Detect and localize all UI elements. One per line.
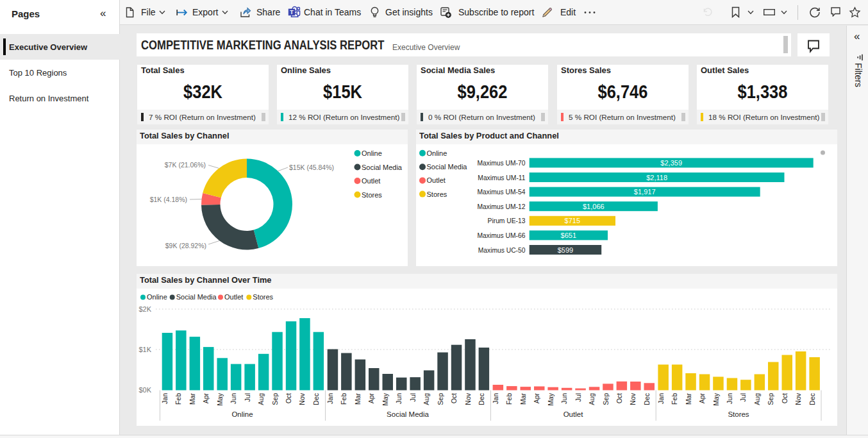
svg-text:Maximus UM-54: Maximus UM-54 [478,189,526,196]
svg-text:Aug: Aug [422,393,430,405]
svg-text:Jan: Jan [657,393,665,404]
svg-text:Oct: Oct [781,393,789,403]
svg-text:Aug: Aug [257,393,265,405]
svg-text:Jun: Jun [560,393,568,404]
svg-text:Maximus UM-66: Maximus UM-66 [478,232,526,239]
svg-text:Jul: Jul [574,393,582,401]
svg-text:Jan: Jan [492,393,499,404]
svg-text:Mar: Mar [685,393,692,405]
svg-text:$1,917: $1,917 [634,188,656,196]
svg-text:$599: $599 [558,246,573,254]
svg-text:$715: $715 [565,217,580,224]
svg-text:Sep: Sep [437,393,444,405]
svg-text:Aug: Aug [588,393,596,405]
svg-text:$7K (21.06%): $7K (21.06%) [165,161,206,169]
svg-text:Sep: Sep [271,393,279,405]
svg-text:Sep: Sep [767,393,774,405]
svg-text:Apr: Apr [367,393,375,404]
svg-text:Sep: Sep [602,393,610,405]
svg-text:May: May [381,392,389,406]
svg-text:Oct: Oct [285,393,292,403]
svg-text:Mar: Mar [188,393,196,405]
svg-text:Maximus UC-50: Maximus UC-50 [478,247,526,254]
svg-text:$2K: $2K [138,305,151,313]
svg-text:Social Media: Social Media [387,410,429,418]
svg-text:Maximus UM-70: Maximus UM-70 [478,160,526,167]
svg-text:Apr: Apr [698,393,706,404]
svg-text:$1,066: $1,066 [583,203,605,210]
svg-text:Mar: Mar [519,393,527,405]
svg-text:Dec: Dec [808,393,816,405]
svg-text:Online: Online [427,149,447,157]
svg-text:Outlet: Outlet [224,293,243,301]
svg-text:Social Media: Social Media [362,164,403,171]
svg-text:$2,359: $2,359 [660,159,682,167]
svg-text:Nov: Nov [629,392,637,405]
svg-text:Feb: Feb [340,393,347,405]
svg-text:Feb: Feb [671,393,678,405]
svg-text:Online: Online [231,410,253,418]
svg-text:Jul: Jul [409,393,417,401]
svg-text:Nov: Nov [794,392,802,405]
svg-text:Feb: Feb [505,393,513,405]
svg-text:$651: $651 [561,232,576,239]
svg-text:Nov: Nov [464,392,472,405]
svg-text:Apr: Apr [202,393,210,404]
svg-text:Social Media: Social Media [176,293,217,301]
svg-text:Mar: Mar [354,393,362,405]
svg-text:Jul: Jul [739,393,747,401]
svg-text:Online: Online [147,293,167,301]
svg-text:Pirum UE-13: Pirum UE-13 [488,217,526,224]
svg-text:$2,118: $2,118 [646,174,667,181]
svg-text:$1K (4.18%): $1K (4.18%) [150,196,187,203]
svg-text:Maximus UM-12: Maximus UM-12 [478,203,526,210]
svg-text:May: May [712,392,720,406]
svg-text:Outlet: Outlet [362,177,380,185]
svg-text:Nov: Nov [298,392,306,405]
svg-text:Jul: Jul [244,393,251,401]
svg-text:Oct: Oct [615,393,623,403]
svg-text:May: May [216,392,224,406]
svg-text:Jun: Jun [395,393,403,404]
svg-text:Social Media: Social Media [427,163,468,171]
svg-text:Apr: Apr [533,393,540,404]
svg-text:Stores: Stores [253,293,273,301]
svg-text:Stores: Stores [728,410,749,418]
svg-text:$9K (28.92%): $9K (28.92%) [165,242,206,249]
svg-text:Jan: Jan [326,393,334,404]
svg-text:Dec: Dec [312,393,320,405]
svg-text:Jan: Jan [161,393,169,404]
svg-text:Stores: Stores [427,190,447,198]
svg-text:Dec: Dec [643,393,651,405]
svg-text:Oct: Oct [450,393,458,403]
svg-text:Online: Online [362,149,382,157]
svg-text:Jun: Jun [726,393,733,404]
svg-text:Maximus UM-11: Maximus UM-11 [478,174,525,181]
svg-text:Aug: Aug [753,393,761,405]
svg-text:$15K (45.84%): $15K (45.84%) [289,164,334,171]
svg-text:$1K: $1K [138,346,151,353]
svg-text:Jun: Jun [230,393,237,404]
svg-text:Dec: Dec [478,393,485,405]
svg-text:Feb: Feb [174,393,182,405]
svg-text:Outlet: Outlet [427,176,446,184]
svg-text:May: May [547,392,555,406]
svg-text:Outlet: Outlet [563,410,583,418]
svg-text:Stores: Stores [362,191,382,199]
svg-text:$0K: $0K [138,386,151,394]
